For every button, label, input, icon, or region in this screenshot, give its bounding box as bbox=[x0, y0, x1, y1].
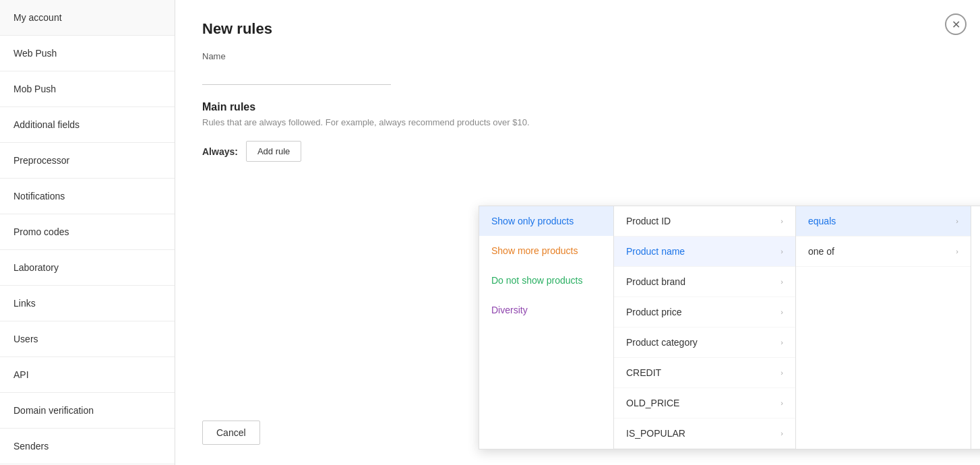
main-rules-title: Main rules bbox=[202, 101, 953, 113]
always-label: Always: bbox=[202, 141, 238, 157]
sidebar: My accountWeb PushMob PushAdditional fie… bbox=[0, 0, 175, 465]
chevron-right-icon: › bbox=[780, 429, 783, 437]
chevron-right-icon: › bbox=[780, 369, 783, 377]
chevron-right-icon: › bbox=[780, 338, 783, 346]
name-input[interactable] bbox=[202, 65, 391, 85]
col3-item-label: equals bbox=[808, 216, 836, 226]
always-row: Always: Add rule bbox=[202, 141, 953, 162]
sidebar-item-senders[interactable]: Senders bbox=[0, 429, 175, 464]
close-button[interactable]: ✕ bbox=[945, 13, 967, 35]
chevron-right-icon: › bbox=[780, 308, 783, 316]
col3-item-one-of[interactable]: one of› bbox=[796, 237, 971, 267]
sidebar-item-preprocessor[interactable]: Preprocessor bbox=[0, 143, 175, 179]
col2-item-product-price[interactable]: Product price› bbox=[614, 297, 795, 328]
col2-item-label: CREDIT bbox=[626, 367, 661, 378]
dropdown-col3: equals›one of› bbox=[796, 206, 971, 449]
sidebar-item-additional-fields[interactable]: Additional fields bbox=[0, 107, 175, 143]
col2-item-label: Product category bbox=[626, 337, 698, 348]
col1-item-diversity[interactable]: Diversity bbox=[479, 295, 613, 325]
col3-item-equals[interactable]: equals› bbox=[796, 206, 971, 237]
dropdown-col4: Specify value bbox=[971, 206, 980, 449]
bottom-buttons: Cancel bbox=[202, 421, 260, 445]
sidebar-item-notifications[interactable]: Notifications bbox=[0, 179, 175, 214]
col2-item-credit[interactable]: CREDIT› bbox=[614, 358, 795, 388]
col2-item-is-popular[interactable]: IS_POPULAR› bbox=[614, 418, 795, 449]
col2-item-label: Product name bbox=[626, 246, 685, 257]
sidebar-item-api[interactable]: API bbox=[0, 357, 175, 393]
col2-item-old-price[interactable]: OLD_PRICE› bbox=[614, 388, 795, 418]
col2-item-product-id[interactable]: Product ID› bbox=[614, 206, 795, 237]
chevron-right-icon: › bbox=[780, 217, 783, 225]
col1-item-show-only[interactable]: Show only products bbox=[479, 206, 613, 236]
main-content: ✕ New rules Name Main rules Rules that a… bbox=[175, 0, 980, 465]
dropdown-overlay: Show only productsShow more productsDo n… bbox=[479, 206, 980, 450]
col1-item-do-not-show[interactable]: Do not show products bbox=[479, 266, 613, 295]
dropdown-col1: Show only productsShow more productsDo n… bbox=[479, 206, 614, 449]
sidebar-item-links[interactable]: Links bbox=[0, 286, 175, 321]
sidebar-item-laboratory[interactable]: Laboratory bbox=[0, 250, 175, 286]
col2-item-label: OLD_PRICE bbox=[626, 398, 679, 408]
col2-item-label: Product brand bbox=[626, 276, 685, 287]
dropdown-col2: Product ID›Product name›Product brand›Pr… bbox=[614, 206, 796, 449]
name-field-group: Name bbox=[202, 51, 953, 101]
chevron-right-icon: › bbox=[780, 247, 783, 255]
col2-item-label: Product price bbox=[626, 307, 681, 317]
sidebar-item-mob-push[interactable]: Mob Push bbox=[0, 71, 175, 107]
col2-item-product-name[interactable]: Product name› bbox=[614, 237, 795, 267]
col3-item-label: one of bbox=[808, 246, 834, 257]
chevron-right-icon: › bbox=[956, 247, 958, 255]
sidebar-item-domain-verification[interactable]: Domain verification bbox=[0, 393, 175, 429]
col2-item-label: Product ID bbox=[626, 216, 671, 226]
add-rule-button[interactable]: Add rule bbox=[246, 141, 301, 162]
sidebar-item-my-account[interactable]: My account bbox=[0, 0, 175, 36]
col2-item-label: IS_POPULAR bbox=[626, 428, 685, 439]
chevron-right-icon: › bbox=[956, 217, 958, 225]
sidebar-item-promo-codes[interactable]: Promo codes bbox=[0, 214, 175, 250]
col2-item-product-category[interactable]: Product category› bbox=[614, 328, 795, 358]
main-rules-desc: Rules that are always followed. For exam… bbox=[202, 117, 953, 127]
sidebar-item-web-push[interactable]: Web Push bbox=[0, 36, 175, 71]
name-label: Name bbox=[202, 51, 953, 61]
col1-item-show-more[interactable]: Show more products bbox=[479, 236, 613, 266]
chevron-right-icon: › bbox=[780, 278, 783, 286]
cancel-button[interactable]: Cancel bbox=[202, 421, 260, 445]
close-icon: ✕ bbox=[952, 18, 960, 31]
col2-item-product-brand[interactable]: Product brand› bbox=[614, 267, 795, 297]
page-title: New rules bbox=[202, 20, 953, 38]
chevron-right-icon: › bbox=[780, 399, 783, 407]
sidebar-item-users[interactable]: Users bbox=[0, 321, 175, 357]
